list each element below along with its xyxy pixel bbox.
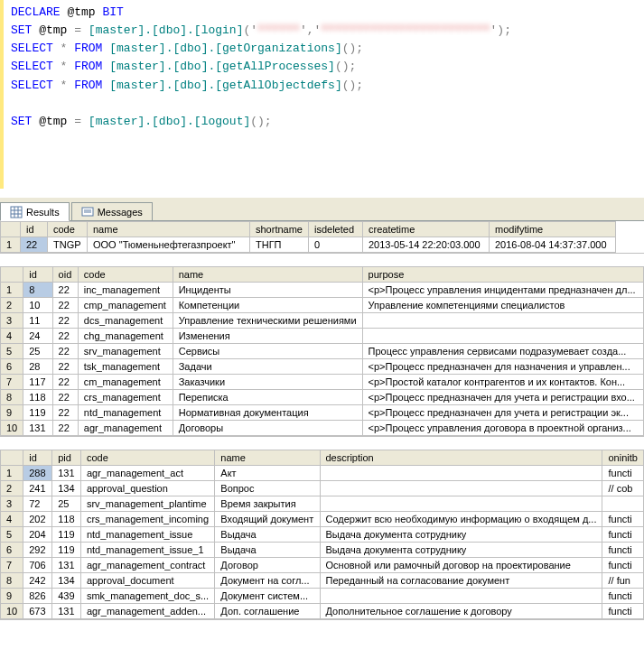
cell[interactable]: <p>Процесс предназначен для назначения и…: [362, 359, 643, 375]
table-row[interactable]: 52522srv_managementСервисыПроцесс управл…: [1, 344, 644, 359]
col-header[interactable]: name: [88, 222, 250, 237]
cell[interactable]: Акт: [215, 466, 320, 481]
row-number[interactable]: 5: [1, 344, 23, 359]
cell[interactable]: ntd_management_issue_1: [80, 543, 214, 558]
results-grid-1[interactable]: id code name shortname isdeleted createt…: [0, 221, 644, 254]
cell[interactable]: 119: [52, 527, 81, 543]
cell[interactable]: Нормативная документация: [173, 405, 362, 421]
row-number[interactable]: 9: [1, 405, 23, 421]
table-row[interactable]: 122TNGPООО "Тюменьнефтегазпроект"ТНГП020…: [1, 237, 616, 253]
cell[interactable]: 22: [21, 237, 48, 253]
col-header[interactable]: code: [78, 267, 173, 283]
cell[interactable]: Компетенции: [173, 298, 362, 313]
cell[interactable]: 25: [23, 344, 52, 359]
cell[interactable]: Выдача: [215, 527, 320, 543]
cell[interactable]: 826: [23, 589, 52, 604]
col-header[interactable]: oninitb: [602, 450, 644, 466]
cell[interactable]: 118: [52, 512, 81, 527]
results-grid-2[interactable]: id oid code name purpose 1822inc_managem…: [0, 266, 644, 437]
cell[interactable]: Входящий документ: [215, 512, 320, 527]
row-number[interactable]: 1: [1, 283, 23, 298]
row-number[interactable]: 1: [1, 237, 21, 253]
cell[interactable]: Документ на согл...: [215, 573, 320, 589]
cell[interactable]: [320, 466, 602, 481]
cell[interactable]: 2013-05-14 22:20:03.000: [362, 237, 489, 253]
table-row[interactable]: 911922ntd_managementНормативная документ…: [1, 405, 644, 421]
cell[interactable]: 131: [52, 558, 81, 573]
cell[interactable]: crs_management_incoming: [80, 512, 214, 527]
col-header[interactable]: code: [48, 222, 88, 237]
cell[interactable]: 673: [23, 604, 52, 619]
row-number[interactable]: 2: [1, 481, 23, 496]
cell[interactable]: agr_management_contract: [80, 558, 214, 573]
cell[interactable]: [362, 329, 643, 344]
table-row[interactable]: 42422chg_managementИзменения: [1, 329, 644, 344]
cell[interactable]: 22: [52, 344, 78, 359]
table-row[interactable]: 2241134approval_questionВопрос// cob: [1, 481, 644, 496]
cell[interactable]: Управление компетенциями специалистов: [362, 298, 643, 313]
cell[interactable]: Изменения: [173, 329, 362, 344]
row-number[interactable]: 4: [1, 329, 23, 344]
cell[interactable]: <p>Простой каталог контрагентов и их кон…: [362, 375, 643, 390]
cell[interactable]: 292: [23, 543, 52, 558]
cell[interactable]: Договор: [215, 558, 320, 573]
cell[interactable]: ТНГП: [250, 237, 309, 253]
cell[interactable]: Документ систем...: [215, 589, 320, 604]
cell[interactable]: Вопрос: [215, 481, 320, 496]
cell[interactable]: 288: [23, 466, 52, 481]
cell[interactable]: cmp_management: [78, 298, 173, 313]
cell[interactable]: functi: [602, 512, 644, 527]
cell[interactable]: 119: [23, 405, 52, 421]
cell[interactable]: <p>Процесс управления инцидентами предна…: [362, 283, 643, 298]
cell[interactable]: Переданный на согласование документ: [320, 573, 602, 589]
cell[interactable]: [320, 496, 602, 512]
col-header[interactable]: name: [173, 267, 362, 283]
cell[interactable]: 204: [23, 527, 52, 543]
cell[interactable]: Инциденты: [173, 283, 362, 298]
cell[interactable]: 22: [52, 283, 78, 298]
cell[interactable]: 24: [23, 329, 52, 344]
cell[interactable]: dcs_management: [78, 313, 173, 329]
row-number[interactable]: 10: [1, 604, 23, 619]
cell[interactable]: ООО "Тюменьнефтегазпроект": [88, 237, 250, 253]
cell[interactable]: 2016-08-04 14:37:37.000: [489, 237, 615, 253]
cell[interactable]: Переписка: [173, 390, 362, 405]
row-number[interactable]: 9: [1, 589, 23, 604]
row-number[interactable]: 5: [1, 527, 23, 543]
cell[interactable]: Доп. соглашение: [215, 604, 320, 619]
tab-results[interactable]: Results: [0, 202, 70, 221]
table-row[interactable]: 37225srv_management_plantimeВремя закрыт…: [1, 496, 644, 512]
cell[interactable]: Управление техническими решениями: [173, 313, 362, 329]
row-number[interactable]: 6: [1, 543, 23, 558]
col-header[interactable]: modifytime: [489, 222, 615, 237]
cell[interactable]: Содержит всю необходимую информацию о вх…: [320, 512, 602, 527]
cell[interactable]: 202: [23, 512, 52, 527]
table-row[interactable]: 7706131agr_management_contractДоговорОсн…: [1, 558, 644, 573]
col-header[interactable]: shortname: [250, 222, 309, 237]
cell[interactable]: <p>Процесс предназначен для учета и реги…: [362, 405, 643, 421]
cell[interactable]: 119: [52, 543, 81, 558]
cell[interactable]: Выдача: [215, 543, 320, 558]
cell[interactable]: 22: [52, 313, 78, 329]
cell[interactable]: 25: [52, 496, 81, 512]
table-row[interactable]: 6292119ntd_management_issue_1ВыдачаВыдач…: [1, 543, 644, 558]
row-number[interactable]: 3: [1, 496, 23, 512]
cell[interactable]: Процесс управления сервисами подразумева…: [362, 344, 643, 359]
cell[interactable]: 131: [52, 466, 81, 481]
table-row[interactable]: 4202118crs_management_incomingВходящий д…: [1, 512, 644, 527]
col-header[interactable]: id: [21, 222, 48, 237]
col-header[interactable]: description: [320, 450, 602, 466]
cell[interactable]: agr_management_act: [80, 466, 214, 481]
tab-messages[interactable]: Messages: [71, 202, 153, 220]
cell[interactable]: 131: [52, 604, 81, 619]
cell[interactable]: 241: [23, 481, 52, 496]
cell[interactable]: 8: [23, 283, 52, 298]
table-row[interactable]: 62822tsk_managementЗадачи<p>Процесс пред…: [1, 359, 644, 375]
cell[interactable]: 242: [23, 573, 52, 589]
row-number[interactable]: 1: [1, 466, 23, 481]
cell[interactable]: functi: [602, 527, 644, 543]
cell[interactable]: 22: [52, 329, 78, 344]
cell[interactable]: Сервисы: [173, 344, 362, 359]
table-row[interactable]: 31122dcs_managementУправление технически…: [1, 313, 644, 329]
cell[interactable]: ntd_management_issue: [80, 527, 214, 543]
